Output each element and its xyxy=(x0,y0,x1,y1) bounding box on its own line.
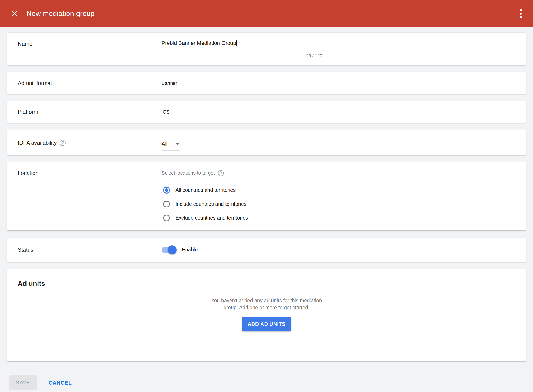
ad-unit-format-value: Banner xyxy=(162,80,177,86)
idfa-select-value: All xyxy=(162,140,168,147)
platform-label: Platform xyxy=(18,109,162,115)
close-icon[interactable]: ✕ xyxy=(8,7,21,20)
save-button[interactable]: SAVE xyxy=(9,375,37,390)
location-hint: Select locations to target xyxy=(162,170,215,176)
ad-unit-format-label: Ad unit format xyxy=(18,80,162,86)
radio-label: Exclude countries and territories xyxy=(175,215,248,221)
cancel-button[interactable]: CANCEL xyxy=(44,375,76,390)
radio-exclude-countries[interactable]: Exclude countries and territories xyxy=(162,211,526,225)
platform-value: iOS xyxy=(162,109,170,115)
status-card: Status Enabled xyxy=(7,238,526,262)
input-underline xyxy=(162,50,322,50)
radio-selected-icon xyxy=(163,187,170,194)
kebab-dot xyxy=(520,9,522,11)
radio-label: All countries and territories xyxy=(175,187,236,193)
status-label: Status xyxy=(18,247,162,253)
idfa-card: IDFA availability ? All xyxy=(7,130,526,155)
help-icon[interactable]: ? xyxy=(218,170,224,176)
name-input[interactable]: Prebid Banner Mediation Group 29 / 120 xyxy=(162,33,322,58)
platform-card: Platform iOS xyxy=(7,101,526,123)
kebab-menu-icon[interactable] xyxy=(514,6,527,21)
radio-unselected-icon xyxy=(163,201,170,207)
ad-unit-format-card: Ad unit format Banner xyxy=(7,72,526,94)
appbar: ✕ New mediation group xyxy=(0,0,533,27)
footer-actions: SAVE CANCEL xyxy=(9,375,533,390)
status-value: Enabled xyxy=(182,247,201,253)
text-cursor xyxy=(236,40,237,46)
ad-units-heading: Ad units xyxy=(18,280,526,288)
empty-state-line1: You haven't added any ad units for this … xyxy=(7,297,526,304)
name-card: Name Prebid Banner Mediation Group 29 / … xyxy=(7,33,526,65)
kebab-dot xyxy=(520,13,522,14)
name-label: Name xyxy=(18,41,162,47)
empty-state-line2: group. Add one or more to get started. xyxy=(7,304,526,311)
radio-all-countries[interactable]: All countries and territories xyxy=(162,183,526,197)
chevron-down-icon xyxy=(175,143,180,145)
char-counter: 29 / 120 xyxy=(162,53,322,58)
radio-include-countries[interactable]: Include countries and territories xyxy=(162,197,526,211)
radio-label: Include countries and territories xyxy=(175,201,246,207)
idfa-label: IDFA availability xyxy=(18,140,56,146)
location-card: Location Select locations to target ? Al… xyxy=(7,162,526,230)
location-radio-group: All countries and territories Include co… xyxy=(162,183,526,225)
name-input-value: Prebid Banner Mediation Group xyxy=(162,40,236,46)
ad-units-card: Ad units You haven't added any ad units … xyxy=(7,269,526,361)
radio-unselected-icon xyxy=(163,215,170,221)
help-icon[interactable]: ? xyxy=(60,140,66,146)
page-title: New mediation group xyxy=(27,9,95,18)
idfa-select[interactable]: All xyxy=(162,140,180,151)
status-toggle[interactable] xyxy=(162,247,176,253)
kebab-dot xyxy=(520,16,522,18)
add-ad-units-button[interactable]: ADD AD UNITS xyxy=(242,317,291,331)
toggle-thumb xyxy=(168,246,177,254)
location-label: Location xyxy=(18,169,162,177)
ad-units-empty-state: You haven't added any ad units for this … xyxy=(7,297,526,311)
